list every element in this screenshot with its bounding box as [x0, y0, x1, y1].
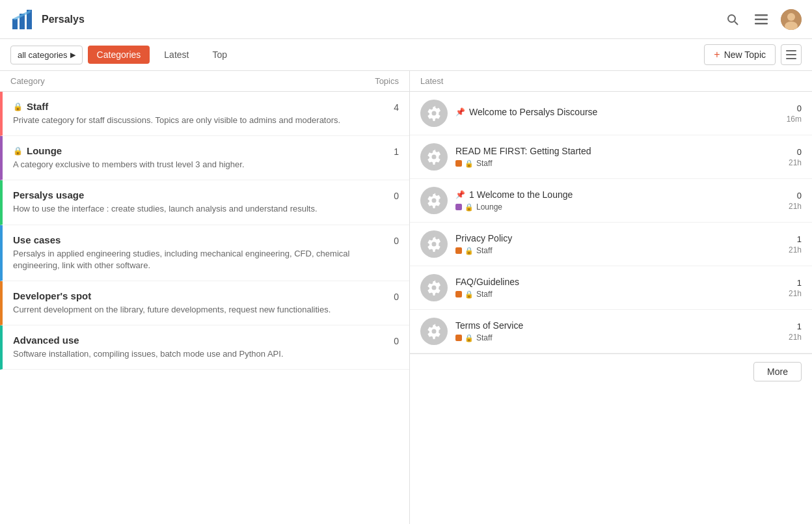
latest-button[interactable]: Latest: [155, 46, 198, 64]
logo-icon[interactable]: [10, 7, 36, 33]
cat-topics-staff: 4: [373, 101, 399, 113]
categories-button[interactable]: Categories: [88, 46, 150, 64]
topic-row-5[interactable]: Terms of Service 🔒 Staff 1 21h: [410, 310, 812, 353]
svg-rect-13: [786, 54, 796, 55]
topic-stats-4: 1 21h: [769, 278, 802, 298]
cat-topics-use-cases: 0: [373, 234, 399, 246]
cat-topics-lounge: 1: [373, 145, 399, 157]
topic-content-5: Terms of Service 🔒 Staff: [455, 320, 761, 342]
cat-info-staff: 🔒 Staff Private category for staff discu…: [13, 101, 373, 126]
category-row-developers-spot[interactable]: Developer's spot Current development on …: [0, 281, 409, 325]
tag-dot-staff-1: [455, 160, 462, 167]
tag-dot-staff-5: [455, 335, 462, 341]
topic-content-2: 📌 1 Welcome to the Lounge 🔒 Lounge: [455, 189, 761, 212]
topic-title-3: Privacy Policy: [455, 233, 761, 243]
cat-info-use-cases: Use cases Persalys in applied engineerin…: [13, 234, 373, 271]
search-icon[interactable]: [724, 10, 742, 29]
tag-lock-2: 🔒: [465, 203, 474, 212]
tag-text-5: Staff: [476, 333, 492, 342]
latest-col-header: Latest: [420, 76, 443, 86]
topic-row-1[interactable]: READ ME FIRST: Getting Started 🔒 Staff 0…: [410, 135, 812, 179]
topic-row-2[interactable]: 📌 1 Welcome to the Lounge 🔒 Lounge 0 21h: [410, 179, 812, 223]
tag-lock-5: 🔒: [465, 334, 474, 342]
category-row-persalys-usage[interactable]: Persalys usage How to use the interface …: [0, 180, 409, 225]
lock-icon-lounge: 🔒: [13, 146, 23, 156]
topics-col-header: Topics: [360, 76, 399, 86]
category-dropdown[interactable]: all categories ▶: [10, 46, 83, 64]
navbar: all categories ▶ Categories Latest Top +…: [0, 39, 812, 71]
topic-title-1: READ ME FIRST: Getting Started: [455, 146, 761, 156]
topic-row-0[interactable]: 📌 Welcome to Persalys Discourse 0 16m: [410, 92, 812, 135]
topic-time-1: 21h: [789, 158, 802, 167]
cat-name-developers-spot: Developer's spot: [13, 290, 373, 301]
topic-content-0: 📌 Welcome to Persalys Discourse: [455, 107, 761, 120]
more-button[interactable]: More: [753, 362, 802, 381]
topic-title-0: 📌 Welcome to Persalys Discourse: [455, 107, 761, 117]
cat-info-developers-spot: Developer's spot Current development on …: [13, 290, 373, 316]
header: Persalys: [0, 0, 812, 39]
dropdown-label: all categories: [18, 50, 68, 60]
right-panel: Latest 📌 Welcome to Persalys Discourse 0…: [410, 71, 812, 524]
topic-content-3: Privacy Policy 🔒 Staff: [455, 233, 761, 255]
topic-time-5: 21h: [789, 333, 802, 342]
cat-desc-advanced-use: Software installation, compiling issues,…: [13, 348, 373, 360]
right-table-header: Latest: [410, 71, 812, 92]
topic-stats-2: 0 21h: [769, 191, 802, 211]
cat-info-persalys-usage: Persalys usage How to use the interface …: [13, 189, 373, 215]
svg-rect-12: [786, 50, 796, 51]
cat-name-staff: 🔒 Staff: [13, 101, 373, 112]
topic-content-1: READ ME FIRST: Getting Started 🔒 Staff: [455, 146, 761, 168]
pin-icon-0: 📌: [455, 107, 465, 117]
category-row-lounge[interactable]: 🔒 Lounge A category exclusive to members…: [0, 136, 409, 180]
category-row-staff[interactable]: 🔒 Staff Private category for staff discu…: [0, 92, 409, 136]
cat-topics-persalys-usage: 0: [373, 189, 399, 201]
topic-title-4: FAQ/Guidelines: [455, 277, 761, 287]
svg-rect-14: [786, 58, 796, 59]
pin-icon-2: 📌: [455, 190, 465, 199]
plus-icon: +: [714, 49, 720, 61]
topic-avatar-4: [420, 274, 448, 301]
new-topic-button[interactable]: + New Topic: [704, 44, 776, 65]
category-row-advanced-use[interactable]: Advanced use Software installation, comp…: [0, 325, 409, 370]
tag-text-3: Staff: [476, 246, 492, 255]
topic-stats-5: 1 21h: [769, 322, 802, 342]
tag-lock-4: 🔒: [465, 290, 474, 299]
svg-rect-8: [755, 23, 768, 25]
avatar[interactable]: [781, 9, 802, 30]
cat-desc-staff: Private category for staff discussions. …: [13, 115, 373, 126]
tag-dot-lounge-2: [455, 204, 462, 210]
topic-replies-3: 1: [797, 234, 802, 244]
svg-rect-0: [12, 19, 18, 29]
header-left: Persalys: [10, 7, 85, 33]
new-topic-label: New Topic: [724, 49, 766, 60]
topic-time-2: 21h: [789, 202, 802, 211]
topic-tag-1: 🔒 Staff: [455, 159, 761, 168]
menu-icon[interactable]: [752, 10, 770, 29]
list-options-button[interactable]: [781, 44, 802, 65]
cat-topics-advanced-use: 0: [373, 335, 399, 346]
topic-tag-4: 🔒 Staff: [455, 290, 761, 299]
tag-text-4: Staff: [476, 290, 492, 299]
tag-dot-staff-4: [455, 291, 462, 297]
tag-lock-1: 🔒: [465, 159, 474, 168]
cat-name-lounge: 🔒 Lounge: [13, 145, 373, 156]
topic-replies-5: 1: [797, 322, 802, 331]
topic-time-4: 21h: [789, 289, 802, 298]
topic-avatar-5: [420, 318, 448, 345]
topic-title-5: Terms of Service: [455, 320, 761, 331]
lock-icon-staff: 🔒: [13, 102, 23, 111]
svg-rect-7: [755, 18, 768, 20]
topic-stats-1: 0 21h: [769, 147, 802, 167]
cat-info-advanced-use: Advanced use Software installation, comp…: [13, 335, 373, 360]
topic-row-4[interactable]: FAQ/Guidelines 🔒 Staff 1 21h: [410, 266, 812, 310]
topic-row-3[interactable]: Privacy Policy 🔒 Staff 1 21h: [410, 223, 812, 266]
topic-replies-0: 0: [797, 103, 802, 113]
cat-desc-use-cases: Persalys in applied engineering studies,…: [13, 248, 373, 271]
top-button[interactable]: Top: [203, 46, 236, 64]
topic-avatar-3: [420, 230, 448, 258]
chevron-right-icon: ▶: [70, 51, 75, 59]
category-row-use-cases[interactable]: Use cases Persalys in applied engineerin…: [0, 225, 409, 281]
topic-replies-2: 0: [797, 191, 802, 200]
topic-time-0: 16m: [787, 115, 802, 124]
topic-avatar-1: [420, 143, 448, 171]
